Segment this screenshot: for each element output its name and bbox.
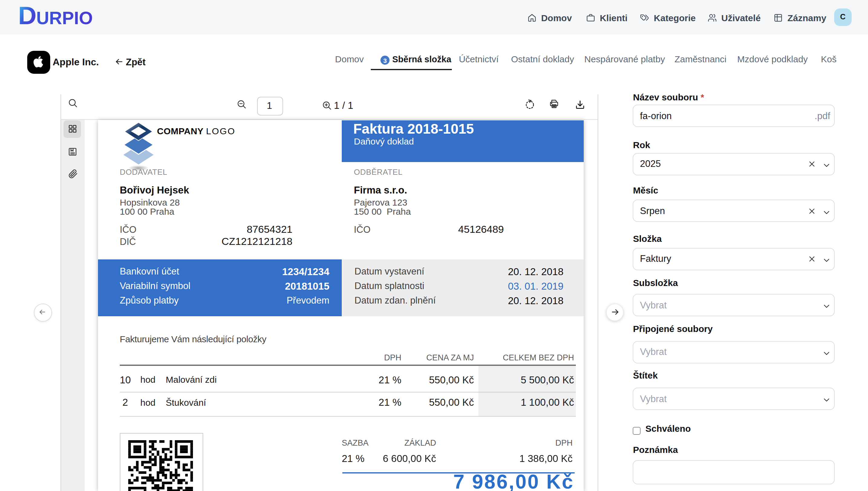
svg-text:D: D xyxy=(19,4,36,29)
svg-text:URPIO: URPIO xyxy=(36,8,93,28)
